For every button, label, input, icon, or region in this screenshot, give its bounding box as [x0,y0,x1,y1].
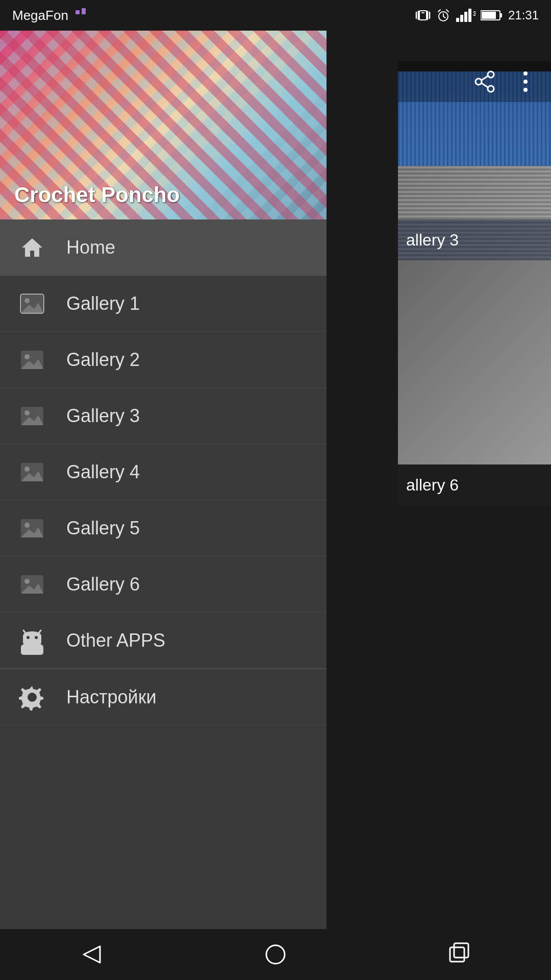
svg-rect-2 [419,11,427,20]
svg-point-26 [523,88,528,92]
sidebar-item-gallery5[interactable]: Gallery 5 [0,500,327,556]
time-display: 21:31 [508,8,539,22]
svg-point-21 [488,86,494,92]
home-label: Home [66,237,115,258]
svg-text:3G: 3G [473,10,475,17]
navigation-drawer: Crochet Poncho Home Gallery 1 [0,31,327,929]
signal-icon: 3G [456,8,475,23]
svg-point-58 [266,945,285,964]
svg-point-44 [24,579,30,584]
sidebar-item-otherapps[interactable]: Other APPS [0,612,327,669]
svg-point-48 [27,636,30,639]
drawer-header: Crochet Poncho [0,31,327,219]
share-button[interactable] [469,66,500,97]
carrier-icon [74,6,93,24]
svg-rect-18 [482,12,496,19]
gallery4-label: Gallery 4 [66,461,140,483]
gallery6-icon [14,567,50,602]
gallery3-label: Gallery 3 [66,405,140,427]
sidebar-item-gallery2[interactable]: Gallery 2 [0,332,327,388]
svg-rect-17 [500,13,502,17]
menu-list: Home Gallery 1 [0,219,327,929]
svg-point-35 [24,410,30,415]
gallery5-icon [14,510,50,546]
svg-rect-60 [454,943,468,958]
recent-apps-button[interactable] [439,934,480,975]
gallery5-label: Gallery 5 [66,518,140,539]
svg-line-22 [482,76,488,80]
gallery3-label: allery 3 [398,219,551,260]
gallery1-icon [14,286,50,322]
action-bar [398,61,551,102]
gallery4-icon [14,454,50,490]
sidebar-item-gallery6[interactable]: Gallery 6 [0,556,327,612]
alarm-icon [436,8,451,23]
svg-point-32 [24,354,30,359]
carrier-name: MegaFon [12,8,68,23]
sidebar-item-gallery3[interactable]: Gallery 3 [0,388,327,444]
svg-rect-14 [468,9,471,22]
svg-rect-3 [421,12,424,13]
svg-rect-11 [456,18,459,22]
svg-point-29 [24,298,30,303]
svg-point-24 [523,71,528,76]
gallery3-icon [14,398,50,434]
gallery6-label: allery 6 [398,464,551,505]
svg-line-9 [438,10,440,12]
svg-point-25 [523,80,528,84]
sidebar-item-home[interactable]: Home [0,219,327,276]
bottom-nav [0,929,551,980]
svg-line-10 [446,10,448,12]
svg-point-56 [28,693,37,702]
svg-rect-0 [76,10,80,14]
svg-rect-13 [464,12,467,22]
svg-point-49 [35,636,38,639]
svg-point-19 [488,71,494,78]
status-bar-left: MegaFon [12,6,93,24]
gallery6-label: Gallery 6 [66,574,140,595]
home-button[interactable] [255,934,296,975]
svg-point-20 [475,79,482,85]
svg-rect-52 [23,644,41,655]
svg-line-23 [482,83,488,87]
sidebar-item-gallery4[interactable]: Gallery 4 [0,444,327,500]
gallery2-label: Gallery 2 [66,349,140,371]
settings-label: Настройки [66,687,157,708]
sidebar-item-gallery1[interactable]: Gallery 1 [0,276,327,332]
vibrate-icon [415,8,431,23]
status-bar: MegaFon 3G [0,0,551,31]
gallery1-label: Gallery 1 [66,293,140,314]
status-bar-right: 3G 21:31 [415,8,539,23]
svg-point-41 [24,523,30,528]
gallery2-icon [14,342,50,378]
svg-point-38 [24,467,30,472]
svg-marker-57 [84,946,100,963]
more-options-button[interactable] [510,66,541,97]
otherapps-label: Other APPS [66,630,165,651]
svg-rect-12 [460,15,463,22]
android-icon [14,623,50,658]
svg-rect-1 [82,8,86,14]
settings-icon [14,679,50,715]
app-title: Crochet Poncho [14,183,180,207]
home-icon [14,230,50,265]
svg-rect-59 [450,947,464,962]
battery-icon [481,9,503,21]
back-button[interactable] [71,934,112,975]
gallery5-image [398,260,551,464]
sidebar-item-settings[interactable]: Настройки [0,669,327,725]
